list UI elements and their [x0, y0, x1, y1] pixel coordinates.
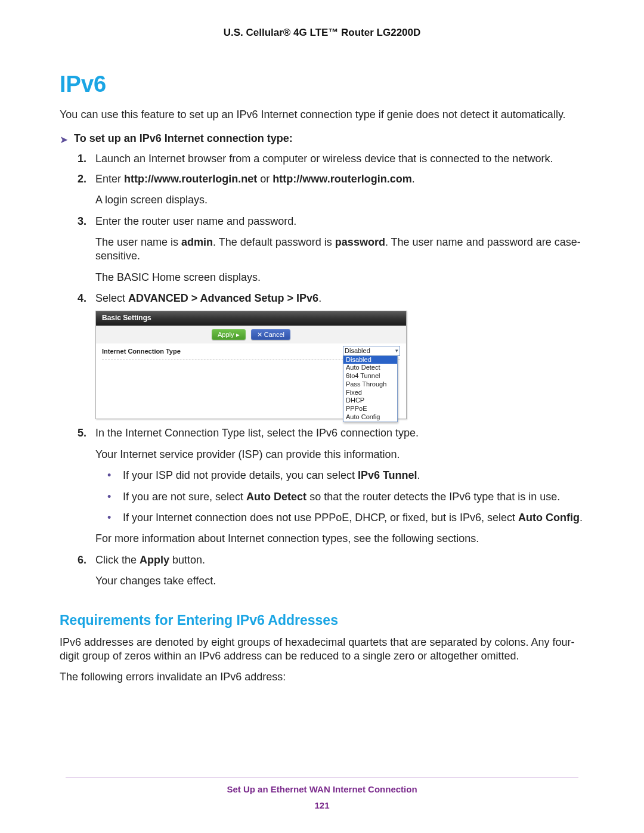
step-subtext: A login screen displays.: [95, 193, 584, 207]
dropdown-option[interactable]: Disabled: [343, 356, 397, 364]
intro-paragraph: You can use this feature to set up an IP…: [60, 108, 584, 122]
select-value: Disabled: [345, 346, 370, 355]
step-text: Enter http://www.routerlogin.net or http…: [95, 173, 415, 185]
document-header-title: U.S. Cellular® 4G LTE™ Router LG2200D: [60, 27, 584, 39]
router-settings-screenshot: Basic Settings Apply ▸ ✕ Cancel Internet…: [95, 311, 407, 420]
requirements-paragraph-1: IPv6 addresses are denoted by eight grou…: [60, 636, 584, 664]
task-heading-text: To set up an IPv6 Internet connection ty…: [74, 132, 293, 145]
step-number: 5.: [78, 426, 86, 440]
step-list: 1. Launch an Internet browser from a com…: [78, 152, 584, 588]
step-subtext: The BASIC Home screen displays.: [95, 271, 584, 284]
step-subtext: Your Internet service provider (ISP) can…: [95, 448, 584, 462]
step-number: 1.: [78, 152, 86, 166]
chevron-down-icon: ▾: [395, 348, 398, 355]
step-2: 2. Enter http://www.routerlogin.net or h…: [78, 172, 584, 208]
task-arrow-icon: ➤: [60, 134, 68, 146]
connection-type-select[interactable]: Disabled ▾: [343, 346, 400, 355]
text-fragment: button.: [169, 554, 205, 566]
bold-value: Auto Config: [518, 512, 580, 524]
step-3: 3. Enter the router user name and passwo…: [78, 215, 584, 285]
text-fragment: Click the: [95, 554, 140, 566]
panel-toolbar: Apply ▸ ✕ Cancel: [96, 326, 406, 343]
page-number: 121: [66, 800, 578, 810]
step-text: Click the Apply button.: [95, 554, 205, 566]
menu-path-bold: ADVANCED > Advanced Setup > IPv6: [128, 292, 318, 304]
requirements-paragraph-2: The following errors invalidate an IPv6 …: [60, 670, 584, 684]
subsection-heading-requirements: Requirements for Entering IPv6 Addresses: [60, 612, 584, 628]
bullet-item: If you are not sure, select Auto Detect …: [107, 490, 584, 504]
step-4: 4. Select ADVANCED > Advanced Setup > IP…: [78, 292, 584, 419]
connection-type-dropdown: Disabled Auto Detect 6to4 Tunnel Pass Th…: [343, 355, 398, 422]
dropdown-option[interactable]: Auto Detect: [343, 364, 397, 372]
document-page: U.S. Cellular® 4G LTE™ Router LG2200D IP…: [0, 0, 644, 833]
bold-value: Apply: [140, 554, 169, 566]
cancel-button[interactable]: ✕ Cancel: [251, 329, 290, 340]
url-bold: http://www.routerlogin.com: [273, 173, 411, 185]
text-fragment: Select: [95, 292, 128, 304]
step-text: Launch an Internet browser from a comput…: [95, 153, 553, 165]
dropdown-option[interactable]: DHCP: [343, 397, 397, 405]
step-subtext: The user name is admin. The default pass…: [95, 236, 584, 264]
page-footer: Set Up an Ethernet WAN Internet Connecti…: [66, 778, 578, 810]
bold-value: admin: [181, 236, 213, 248]
bullet-item: If your Internet connection does not use…: [107, 511, 584, 525]
panel-titlebar: Basic Settings: [96, 311, 406, 326]
dropdown-option[interactable]: Fixed: [343, 389, 397, 397]
step-subtext: For more information about Internet conn…: [95, 532, 584, 546]
dropdown-option[interactable]: Pass Through: [343, 380, 397, 389]
bold-value: IPv6 Tunnel: [358, 469, 417, 481]
step-1: 1. Launch an Internet browser from a com…: [78, 152, 584, 166]
text-fragment: . The default password is: [213, 236, 335, 248]
sub-bullet-list: If your ISP did not provide details, you…: [107, 469, 584, 525]
task-heading-row: ➤ To set up an IPv6 Internet connection …: [60, 132, 584, 146]
dropdown-option[interactable]: Auto Config: [343, 413, 397, 422]
text-fragment: .: [417, 469, 420, 481]
text-fragment: so that the router detects the IPv6 type…: [306, 491, 560, 503]
step-6: 6. Click the Apply button. Your changes …: [78, 553, 584, 589]
url-bold: http://www.routerlogin.net: [124, 173, 257, 185]
text-fragment: Enter: [95, 173, 124, 185]
footer-chapter-title: Set Up an Ethernet WAN Internet Connecti…: [66, 784, 578, 794]
dropdown-option[interactable]: 6to4 Tunnel: [343, 372, 397, 380]
text-fragment: If you are not sure, select: [123, 491, 246, 503]
dropdown-option[interactable]: PPPoE: [343, 405, 397, 413]
step-subtext: Your changes take effect.: [95, 574, 584, 588]
text-fragment: .: [318, 292, 321, 304]
step-5: 5. In the Internet Connection Type list,…: [78, 426, 584, 546]
step-number: 6.: [78, 553, 86, 567]
section-heading-ipv6: IPv6: [60, 72, 584, 97]
text-fragment: If your Internet connection does not use…: [123, 512, 518, 524]
connection-type-label: Internet Connection Type: [102, 347, 233, 355]
step-text: In the Internet Connection Type list, se…: [95, 427, 419, 439]
step-number: 3.: [78, 215, 86, 228]
connection-type-select-wrap: Disabled ▾ Disabled Auto Detect 6to4 Tun…: [343, 346, 400, 422]
bold-value: password: [335, 236, 385, 248]
step-text: Enter the router user name and password.: [95, 215, 296, 227]
panel-body: Internet Connection Type Disabled ▾ Disa…: [96, 343, 406, 419]
text-fragment: .: [412, 173, 415, 185]
bold-value: Auto Detect: [246, 491, 306, 503]
bullet-item: If your ISP did not provide details, you…: [107, 469, 584, 482]
step-number: 2.: [78, 172, 86, 186]
text-fragment: The user name is: [95, 236, 181, 248]
step-text: Select ADVANCED > Advanced Setup > IPv6.: [95, 292, 321, 304]
text-fragment: If your ISP did not provide details, you…: [123, 469, 358, 481]
text-fragment: .: [580, 512, 583, 524]
text-fragment: or: [257, 173, 273, 185]
step-number: 4.: [78, 292, 86, 305]
apply-button[interactable]: Apply ▸: [212, 329, 246, 340]
